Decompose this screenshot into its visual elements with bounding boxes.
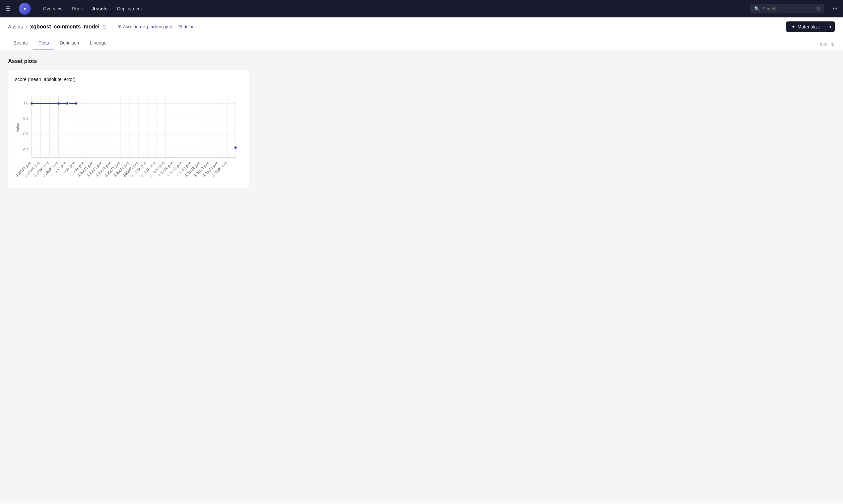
repo-link[interactable]: ⊟ default — [178, 24, 197, 29]
asset-in-label: Asset in — [123, 24, 138, 29]
auto-refresh-timer: 0:01 — [820, 42, 828, 47]
materialize-button-group: ✦ Materialize ▾ — [786, 21, 835, 32]
main-content: Asset plots score (mean_absolute_error) — [0, 50, 843, 501]
svg-text:1.0: 1.0 — [23, 101, 29, 105]
refresh-icon-small[interactable]: ↻ — [170, 24, 173, 29]
meta-info: ⊞ Asset in ml_pipeline.py ↻ ⊟ default — [118, 24, 197, 29]
nav-assets[interactable]: Assets — [88, 4, 111, 13]
chart-container: 1.0 0.8 0.6 0.4 Value 1:27:33 p.m. — [15, 87, 242, 181]
app-logo — [19, 3, 31, 15]
materialize-dropdown[interactable]: ▾ — [826, 21, 835, 32]
svg-point-40 — [66, 102, 69, 105]
sparkle-icon: ✦ — [791, 24, 795, 30]
top-navigation: ☰ Overview Runs Assets Deployment 🔍 / ⚙ — [0, 0, 843, 17]
svg-text:0.6: 0.6 — [23, 132, 29, 136]
svg-point-39 — [57, 102, 60, 105]
tab-events[interactable]: Events — [8, 36, 33, 50]
hamburger-menu[interactable]: ☰ — [5, 5, 11, 12]
tab-plots[interactable]: Plots — [33, 36, 54, 50]
search-bar[interactable]: 🔍 / — [751, 4, 824, 13]
svg-text:0.4: 0.4 — [23, 148, 29, 151]
file-name[interactable]: ml_pipeline.py — [140, 24, 168, 29]
settings-icon[interactable]: ⚙ — [832, 5, 838, 12]
materialize-button[interactable]: ✦ Materialize — [786, 21, 826, 32]
asset-file-link[interactable]: ⊞ Asset in ml_pipeline.py ↻ — [118, 24, 173, 29]
svg-point-1 — [24, 8, 26, 10]
search-input[interactable] — [762, 6, 813, 12]
search-kbd: / — [816, 6, 821, 11]
chart-card: score (mean_absolute_error) — [8, 70, 249, 188]
nav-deployment[interactable]: Deployment — [113, 4, 146, 13]
nav-links: Overview Runs Assets Deployment — [39, 4, 742, 13]
breadcrumb-chevron: › — [26, 24, 28, 30]
nav-runs[interactable]: Runs — [68, 4, 87, 13]
svg-point-41 — [75, 102, 78, 105]
asset-header: Assets › xgboost_comments_model ☰ ⊞ Asse… — [0, 17, 843, 36]
asset-name: xgboost_comments_model — [30, 24, 100, 30]
line-chart-svg: 1.0 0.8 0.6 0.4 Value 1:27:33 p.m. — [15, 87, 242, 181]
svg-point-42 — [234, 146, 237, 149]
tabs-bar: Events Plots Definition Lineage 0:01 ↻ — [0, 36, 843, 50]
repo-name[interactable]: default — [184, 24, 197, 29]
refresh-icon[interactable]: ↻ — [831, 42, 835, 47]
nav-overview[interactable]: Overview — [39, 4, 66, 13]
svg-text:0.8: 0.8 — [23, 116, 29, 121]
search-icon: 🔍 — [754, 6, 760, 12]
svg-text:Timestamp: Timestamp — [125, 174, 143, 178]
chart-title: score (mean_absolute_error) — [15, 77, 242, 82]
svg-point-38 — [31, 102, 33, 105]
table-icon: ⊞ — [118, 24, 121, 29]
materialize-label: Materialize — [797, 24, 820, 30]
section-title: Asset plots — [8, 58, 835, 64]
svg-text:Value: Value — [16, 123, 20, 132]
breadcrumb-root[interactable]: Assets — [8, 24, 23, 30]
breadcrumb: Assets › xgboost_comments_model ☰ ⊞ Asse… — [8, 24, 786, 30]
document-icon[interactable]: ☰ — [102, 24, 106, 30]
tab-lineage[interactable]: Lineage — [84, 36, 112, 50]
repo-icon: ⊟ — [178, 24, 182, 29]
tabs-right: 0:01 ↻ — [820, 42, 835, 50]
tab-definition[interactable]: Definition — [54, 36, 84, 50]
